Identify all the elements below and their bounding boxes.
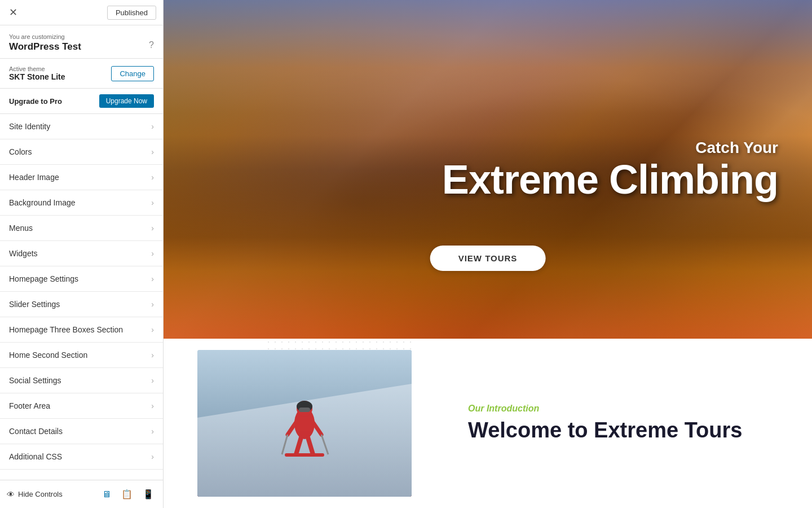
intro-text-block: Our Introduction Welcome to Extreme Tour… [468,404,778,443]
menu-item-contact-details[interactable]: Contact Details › [0,419,163,444]
customizing-label: You are customizing [9,33,154,40]
chevron-right-icon: › [151,351,154,360]
hide-controls-label: Hide Controls [18,490,63,498]
change-theme-button[interactable]: Change [111,66,154,81]
menu-item-label-header-image: Header Image [9,173,59,182]
menu-item-colors[interactable]: Colors › [0,139,163,165]
panel-topbar: ✕ Published [0,0,163,25]
chevron-right-icon: › [151,401,154,410]
upgrade-label: Upgrade to Pro [9,97,62,106]
customizer-menu-list: Site Identity › Colors › Header Image › … [0,114,163,480]
close-button[interactable]: ✕ [7,4,20,21]
menu-item-social-settings[interactable]: Social Settings › [0,368,163,393]
chevron-right-icon: › [151,274,154,283]
menu-item-label-homepage-three-boxes: Homepage Three Boxes Section [9,325,123,334]
customizing-title: WordPress Test [9,41,154,52]
intro-section: Our Introduction Welcome to Extreme Tour… [164,339,812,508]
menu-item-label-contact-details: Contact Details [9,427,63,436]
customizer-panel: ✕ Published You are customizing WordPres… [0,0,164,508]
customizing-section: You are customizing WordPress Test ? [0,25,163,59]
menu-item-menus[interactable]: Menus › [0,216,163,241]
chevron-right-icon: › [151,325,154,334]
menu-item-label-site-identity: Site Identity [9,122,50,131]
tablet-preview-button[interactable]: 📋 [119,487,135,502]
hero-section: Catch Your Extreme Climbing VIEW TOURS [164,0,812,339]
menu-item-label-homepage-settings: Homepage Settings [9,274,78,283]
menu-item-label-slider-settings: Slider Settings [9,300,60,309]
hero-cta-wrapper: VIEW TOURS [430,246,546,271]
menu-item-footer-area[interactable]: Footer Area › [0,393,163,419]
svg-rect-13 [302,453,324,457]
upgrade-now-button[interactable]: Upgrade Now [99,94,154,108]
help-icon[interactable]: ? [149,40,154,50]
chevron-right-icon: › [151,249,154,258]
active-theme-label: Active theme [9,65,65,72]
chevron-right-icon: › [151,452,154,461]
published-badge: Published [107,6,156,20]
upgrade-bar: Upgrade to Pro Upgrade Now [0,89,163,114]
chevron-right-icon: › [151,300,154,309]
hero-catch-line: Catch Your [442,139,778,157]
menu-item-homepage-three-boxes[interactable]: Homepage Three Boxes Section › [0,317,163,343]
menu-item-label-footer-area: Footer Area [9,401,50,410]
menu-item-home-second-section[interactable]: Home Second Section › [0,343,163,368]
menu-item-background-image[interactable]: Background Image › [0,190,163,216]
svg-rect-5 [299,408,310,412]
desktop-preview-button[interactable]: 🖥 [100,487,113,502]
intro-title: Welcome to Extreme Tours [468,418,778,443]
chevron-right-icon: › [151,198,154,207]
chevron-right-icon: › [151,173,154,182]
hide-controls-button[interactable]: 👁 Hide Controls [7,490,63,499]
active-theme-name: SKT Stone Lite [9,72,65,81]
menu-item-label-background-image: Background Image [9,198,76,207]
menu-item-additional-css[interactable]: Additional CSS › [0,444,163,470]
skier-illustration [197,350,412,497]
chevron-right-icon: › [151,427,154,436]
menu-item-widgets[interactable]: Widgets › [0,241,163,266]
menu-item-header-image[interactable]: Header Image › [0,165,163,190]
hero-main-title: Extreme Climbing [442,159,778,200]
panel-bottom: 👁 Hide Controls 🖥 📋 📱 [0,480,163,508]
active-theme-section: Active theme SKT Stone Lite Change [0,59,163,89]
menu-item-label-social-settings: Social Settings [9,376,61,385]
intro-subtitle: Our Introduction [468,404,778,414]
chevron-right-icon: › [151,376,154,385]
preview-area: Catch Your Extreme Climbing VIEW TOURS [164,0,812,508]
view-tours-button[interactable]: VIEW TOURS [430,246,546,271]
menu-item-label-menus: Menus [9,224,33,233]
menu-item-label-additional-css: Additional CSS [9,452,62,461]
mobile-preview-button[interactable]: 📱 [140,487,156,502]
chevron-right-icon: › [151,224,154,233]
eye-icon: 👁 [7,490,15,499]
menu-item-label-widgets: Widgets [9,249,38,258]
menu-item-slider-settings[interactable]: Slider Settings › [0,292,163,317]
menu-item-homepage-settings[interactable]: Homepage Settings › [0,266,163,292]
menu-item-label-colors: Colors [9,147,32,156]
hero-text-block: Catch Your Extreme Climbing [442,139,778,200]
menu-item-label-home-second-section: Home Second Section [9,351,87,360]
preview-device-icons: 🖥 📋 📱 [100,487,156,502]
intro-image-wrapper [197,350,434,497]
chevron-right-icon: › [151,122,154,131]
intro-image [197,350,412,497]
menu-item-site-identity[interactable]: Site Identity › [0,114,163,139]
chevron-right-icon: › [151,147,154,156]
